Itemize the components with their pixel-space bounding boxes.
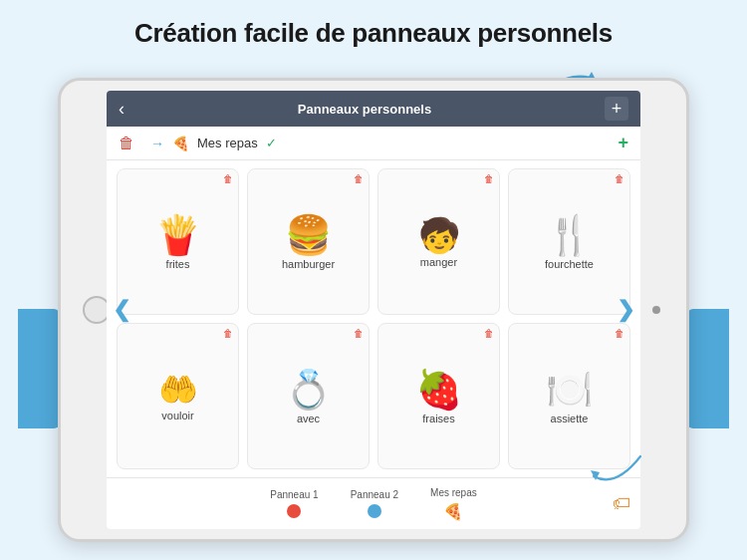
nav-left-arrow[interactable]: ❮ (113, 297, 130, 323)
tag-icon[interactable]: 🏷 (613, 493, 630, 514)
blue-right-accent (687, 309, 729, 428)
manger-icon: 🧒 (418, 218, 460, 252)
hamburger-icon: 🍔 (285, 216, 332, 254)
item-trash-hamburger[interactable]: 🗑 (354, 173, 364, 184)
nav-back-button[interactable]: ‹ (119, 99, 124, 120)
avec-icon: 💍 (285, 371, 332, 409)
vouloir-label: vouloir (161, 410, 193, 421)
tab-panneau1[interactable]: Panneau 1 (254, 489, 334, 518)
nav-right-arrow[interactable]: ❯ (617, 297, 634, 323)
tab-mes-repas-label: Mes repas (430, 487, 477, 498)
fourchette-label: fourchette (545, 258, 594, 270)
edit-check-icon[interactable]: ✓ (266, 136, 277, 150)
tab-pizza-icon: 🍕 (443, 502, 463, 521)
edit-add-item-button[interactable]: + (618, 133, 628, 153)
ipad-screen: ‹ Panneaux personnels + 🗑 → 🍕 Mes repas … (107, 91, 640, 529)
item-trash-assiette[interactable]: 🗑 (615, 328, 624, 339)
grid-item-vouloir[interactable]: 🗑 🤲 vouloir (117, 323, 239, 469)
grid-item-frites[interactable]: 🗑 🍟 frites (117, 168, 239, 315)
edit-trash-icon[interactable]: 🗑 (119, 135, 134, 152)
nav-bar: ‹ Panneaux personnels + (107, 91, 640, 127)
item-grid: 🗑 🍟 frites 🗑 🍔 hamburger 🗑 🧒 manger 🗑 🍴 … (107, 160, 640, 477)
vouloir-icon: 🤲 (158, 374, 198, 406)
tab-panneau1-dot (287, 504, 301, 518)
item-trash-vouloir[interactable]: 🗑 (223, 328, 233, 339)
grid-item-fourchette[interactable]: 🗑 🍴 fourchette (508, 168, 630, 315)
tab-panneau2-dot (368, 504, 381, 518)
nav-plus-button[interactable]: + (605, 97, 628, 121)
grid-item-fraises[interactable]: 🗑 🍓 fraises (377, 323, 500, 469)
assiette-label: assiette (551, 413, 589, 424)
edit-panel-name: Mes repas (197, 136, 258, 150)
grid-item-assiette[interactable]: 🗑 🍽️ assiette (508, 323, 630, 469)
frites-label: frites (166, 258, 190, 270)
edit-arrow-icon: → (150, 136, 164, 151)
grid-item-hamburger[interactable]: 🗑 🍔 hamburger (247, 168, 370, 315)
fourchette-icon: 🍴 (546, 216, 593, 254)
manger-label: manger (420, 256, 457, 268)
blue-left-accent (18, 309, 60, 428)
page-title: Création facile de panneaux personnels (0, 0, 747, 57)
ipad-right-dot (652, 306, 660, 314)
edit-pizza-icon: 🍕 (172, 136, 189, 151)
tab-panneau2-label: Panneau 2 (351, 489, 398, 500)
bottom-annotation-arrow (586, 448, 645, 488)
item-trash-avec[interactable]: 🗑 (354, 328, 364, 339)
tab-bar: Panneau 1 Panneau 2 Mes repas 🍕 🏷 (107, 477, 640, 529)
tab-panneau1-label: Panneau 1 (270, 489, 318, 500)
item-trash-fourchette[interactable]: 🗑 (615, 173, 624, 184)
tab-mes-repas[interactable]: Mes repas 🍕 (414, 487, 493, 521)
hamburger-label: hamburger (282, 258, 335, 270)
nav-bar-title: Panneaux personnels (298, 102, 431, 117)
assiette-icon: 🍽️ (546, 371, 593, 409)
frites-icon: 🍟 (154, 216, 201, 254)
item-trash-manger[interactable]: 🗑 (484, 173, 494, 184)
fraises-label: fraises (422, 413, 454, 424)
grid-item-avec[interactable]: 🗑 💍 avec (247, 323, 370, 469)
grid-item-manger[interactable]: 🗑 🧒 manger (377, 168, 500, 315)
edit-bar: 🗑 → 🍕 Mes repas ✓ + (107, 127, 640, 160)
tab-panneau2[interactable]: Panneau 2 (335, 489, 414, 518)
avec-label: avec (297, 413, 320, 424)
item-trash-frites[interactable]: 🗑 (223, 173, 233, 184)
item-trash-fraises[interactable]: 🗑 (484, 328, 494, 339)
fraises-icon: 🍓 (415, 371, 462, 409)
